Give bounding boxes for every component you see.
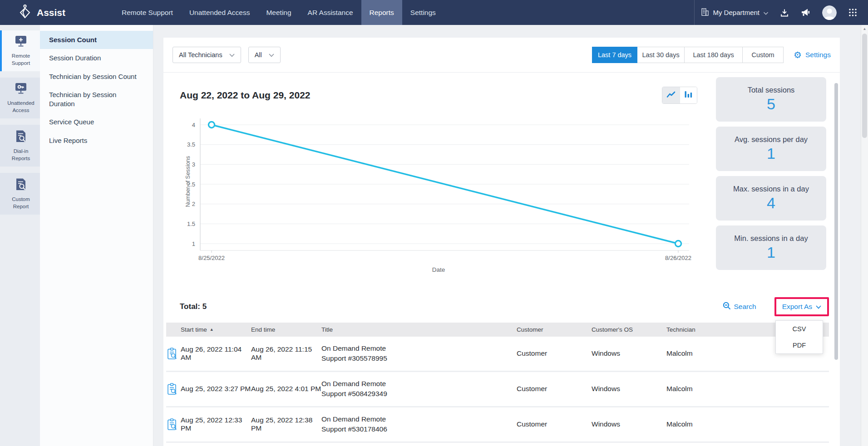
sidebar-item-live-reports[interactable]: Live Reports bbox=[40, 132, 153, 150]
stat-label: Max. sessions in a day bbox=[733, 185, 809, 193]
cell-customer-os: Windows bbox=[592, 349, 666, 358]
rail-unattended-access[interactable]: Unattended Access bbox=[0, 78, 40, 118]
table-actions: Search Export As CSV PDF bbox=[723, 297, 829, 316]
cell-title: On Demand Remote Support #530178406 bbox=[321, 414, 402, 435]
export-option-csv[interactable]: CSV bbox=[776, 321, 823, 337]
table-row[interactable]: Aug 25, 2022 3:27 PM Aug 25, 2022 4:01 P… bbox=[166, 372, 829, 407]
session-report-icon bbox=[166, 418, 181, 431]
sidebar-item-technician-by-session-count[interactable]: Technician by Session Count bbox=[40, 68, 153, 86]
x-axis-label: Date bbox=[180, 266, 697, 273]
sessions-table-section: Total: 5 Search Export As bbox=[163, 296, 840, 443]
document-search-icon bbox=[15, 130, 27, 145]
session-type-filter-dropdown[interactable]: All bbox=[248, 47, 281, 63]
stat-label: Avg. sessions per day bbox=[735, 135, 808, 144]
search-icon bbox=[723, 302, 731, 312]
settings-label: Settings bbox=[805, 51, 831, 59]
scrollbar-up-arrow[interactable]: ▲ bbox=[861, 25, 868, 33]
page-scrollbar-thumb[interactable] bbox=[862, 34, 867, 138]
app-logo[interactable]: Assist bbox=[0, 0, 113, 25]
range-last-7-days[interactable]: Last 7 days bbox=[592, 47, 637, 63]
stat-label: Total sessions bbox=[748, 86, 795, 94]
column-label: Technician bbox=[666, 326, 695, 333]
column-label: Customer's OS bbox=[592, 326, 633, 333]
max-sessions-card: Max. sessions in a day 4 bbox=[716, 176, 826, 221]
date-range-title: Aug 22, 2022 to Aug 29, 2022 bbox=[180, 90, 311, 101]
session-type-filter-value: All bbox=[255, 51, 262, 59]
session-line-chart: 11.522.533.548/25/20228/26/2022 bbox=[180, 111, 697, 261]
rail-dial-in-reports[interactable]: Dial-in Reports bbox=[0, 125, 40, 167]
nav-divider bbox=[694, 0, 695, 25]
sort-ascending-icon: ▲ bbox=[210, 328, 214, 332]
chevron-down-icon bbox=[269, 51, 274, 59]
building-icon bbox=[701, 8, 709, 17]
chevron-down-icon bbox=[229, 51, 235, 59]
table-row[interactable]: Aug 26, 2022 11:04 AM Aug 26, 2022 11:15… bbox=[166, 337, 829, 372]
min-sessions-card: Min. sessions in a day 1 bbox=[716, 225, 826, 270]
svg-text:3: 3 bbox=[192, 161, 195, 168]
chart-block: Aug 22, 2022 to Aug 29, 2022 bbox=[180, 77, 697, 273]
line-chart-toggle-button[interactable] bbox=[662, 87, 680, 103]
monitor-plus-icon bbox=[14, 35, 28, 49]
main-content: All Technicians All Last 7 days Last 30 … bbox=[153, 25, 861, 446]
rail-remote-support[interactable]: Remote Support bbox=[0, 30, 40, 71]
total-count-label: Total: 5 bbox=[180, 302, 207, 311]
rail-label: Unattended Access bbox=[5, 100, 37, 114]
export-as-button[interactable]: Export As bbox=[782, 303, 812, 311]
range-last-30-days[interactable]: Last 30 days bbox=[637, 47, 685, 63]
sidebar-item-session-duration[interactable]: Session Duration bbox=[40, 49, 153, 67]
cell-customer: Customer bbox=[517, 385, 592, 393]
svg-text:4: 4 bbox=[192, 122, 195, 128]
session-report-icon bbox=[166, 348, 181, 360]
range-last-180-days[interactable]: Last 180 days bbox=[685, 47, 743, 63]
search-label: Search bbox=[734, 303, 756, 311]
column-label: Customer bbox=[517, 326, 543, 333]
nav-remote-support[interactable]: Remote Support bbox=[113, 0, 181, 25]
panel-scrollbar-thumb[interactable] bbox=[834, 83, 838, 360]
stat-value: 4 bbox=[767, 194, 775, 212]
search-button[interactable]: Search bbox=[723, 302, 756, 312]
table-row[interactable]: Aug 25, 2022 12:33 PM Aug 25, 2022 12:38… bbox=[166, 407, 829, 443]
nav-settings[interactable]: Settings bbox=[402, 0, 444, 25]
report-settings-button[interactable]: ⚙ Settings bbox=[794, 50, 831, 59]
cell-start-time: Aug 25, 2022 12:33 PM bbox=[181, 416, 251, 432]
line-chart-icon bbox=[666, 91, 676, 100]
column-header-customer[interactable]: Customer bbox=[517, 326, 592, 333]
svg-text:8/25/2022: 8/25/2022 bbox=[198, 255, 225, 261]
total-sessions-card: Total sessions 5 bbox=[716, 77, 826, 122]
apps-grid-icon[interactable] bbox=[848, 8, 857, 17]
page-scrollbar[interactable]: ▲ bbox=[861, 25, 868, 446]
bar-chart-toggle-button[interactable] bbox=[680, 87, 697, 103]
stat-value: 1 bbox=[767, 244, 775, 261]
sidebar-item-technician-by-session-duration[interactable]: Technician by Session Duration bbox=[40, 86, 153, 113]
column-label: Start time bbox=[181, 326, 207, 333]
bar-chart-icon bbox=[685, 91, 692, 100]
nav-unattended-access[interactable]: Unattended Access bbox=[181, 0, 258, 25]
nav-reports[interactable]: Reports bbox=[361, 0, 402, 25]
cell-end-time: Aug 25, 2022 4:01 PM bbox=[251, 385, 321, 393]
sidebar-item-service-queue[interactable]: Service Queue bbox=[40, 113, 153, 131]
column-label: End time bbox=[251, 326, 275, 333]
chevron-down-icon bbox=[816, 303, 821, 311]
rail-custom-report[interactable]: Custom Report bbox=[0, 173, 40, 215]
sidebar-item-session-count[interactable]: Session Count bbox=[40, 31, 153, 49]
cell-customer-os: Windows bbox=[592, 385, 666, 393]
column-header-title[interactable]: Title bbox=[321, 326, 517, 333]
download-icon[interactable] bbox=[780, 8, 789, 17]
export-dropdown-menu: CSV PDF bbox=[775, 320, 823, 354]
nav-ar-assistance[interactable]: AR Assistance bbox=[300, 0, 361, 25]
technician-filter-dropdown[interactable]: All Technicians bbox=[173, 47, 241, 63]
user-avatar[interactable] bbox=[822, 5, 837, 20]
column-header-customer-os[interactable]: Customer's OS bbox=[592, 326, 666, 333]
column-header-end-time[interactable]: End time bbox=[251, 326, 321, 333]
department-selector[interactable]: My Department bbox=[701, 8, 768, 17]
range-custom[interactable]: Custom bbox=[743, 47, 784, 63]
stat-label: Min. sessions in a day bbox=[734, 234, 808, 243]
cell-title: On Demand Remote Support #305578995 bbox=[321, 343, 402, 364]
export-option-pdf[interactable]: PDF bbox=[776, 337, 823, 353]
column-header-start-time[interactable]: Start time ▲ bbox=[181, 326, 251, 333]
chart-type-toggle bbox=[662, 87, 697, 104]
cell-end-time: Aug 26, 2022 11:15 AM bbox=[251, 345, 321, 362]
announcements-megaphone-icon[interactable] bbox=[801, 8, 810, 17]
nav-meeting[interactable]: Meeting bbox=[258, 0, 299, 25]
svg-text:1.5: 1.5 bbox=[187, 221, 195, 227]
